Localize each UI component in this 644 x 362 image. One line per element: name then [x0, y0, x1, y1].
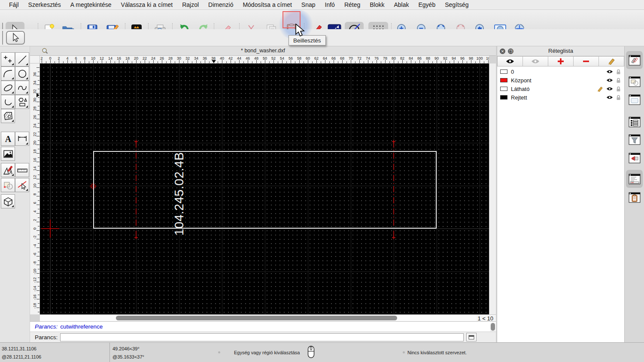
- ruler-top-label: 88: [424, 56, 432, 60]
- measure-tool-button[interactable]: [15, 163, 29, 177]
- select-entities-tool-button[interactable]: [15, 178, 29, 192]
- text-tool-button[interactable]: A: [1, 132, 15, 146]
- ruler-left-label: -4: [30, 241, 39, 250]
- layer-visible-icon[interactable]: [606, 95, 613, 100]
- block-tool-button[interactable]: [1, 178, 15, 192]
- menu-item-8[interactable]: Infó: [320, 0, 340, 10]
- menu-item-12[interactable]: Egyéb: [414, 0, 440, 10]
- layer-lock-icon[interactable]: [616, 69, 621, 75]
- layer-lock-icon[interactable]: [616, 78, 621, 83]
- add-layer-button[interactable]: [548, 56, 574, 66]
- layer-row-Rejtett[interactable]: Rejtett: [497, 93, 624, 102]
- remove-layer-button[interactable]: [574, 56, 599, 66]
- dock-block-list-button[interactable]: [626, 72, 643, 90]
- ruler-top-label: 32: [183, 56, 192, 60]
- drawing-canvas[interactable]: 104.245.02.4B: [40, 63, 489, 314]
- mouse-cursor: [295, 24, 306, 38]
- menu-item-3[interactable]: Válassza ki a címet: [116, 0, 178, 10]
- canvas-vertical-scrollbar[interactable]: [489, 63, 496, 314]
- edit-layer-button[interactable]: [599, 56, 624, 66]
- layer-edit-icon[interactable]: [597, 86, 603, 92]
- ruler-top-label: 2: [40, 56, 46, 60]
- menu-item-0[interactable]: Fájl: [4, 0, 24, 10]
- dock-command-line-button[interactable]: [626, 170, 643, 188]
- canvas-scroll-row: 1 < 10: [40, 314, 496, 321]
- dock-layer-list-button[interactable]: [626, 51, 643, 69]
- layer-color-swatch[interactable]: [500, 78, 507, 82]
- layer-name: Látható: [511, 86, 597, 92]
- librecad-window: FájlSzerkesztésA megtekintéseVálassza ki…: [0, 0, 644, 362]
- command-history: Parancs: cutwithreference: [30, 321, 496, 332]
- ruler-top-label: 94: [450, 56, 458, 60]
- menu-item-1[interactable]: Szerkesztés: [24, 0, 66, 10]
- shapes-tool-button[interactable]: [15, 95, 29, 109]
- image-tool-button[interactable]: [1, 147, 15, 161]
- ruler-left-position-marker: [36, 93, 39, 97]
- layer-visible-icon[interactable]: [606, 87, 613, 91]
- ruler-top-label: 26: [158, 56, 166, 60]
- ruler-left-label: 0: [30, 224, 39, 233]
- layer-visible-icon[interactable]: [606, 69, 613, 74]
- canvas-horizontal-scrollbar[interactable]: [40, 315, 477, 321]
- ruler-left-label: 28: [30, 104, 39, 113]
- command-input[interactable]: [60, 333, 464, 341]
- ruler-top-label: 50: [261, 56, 269, 60]
- menu-item-11[interactable]: Ablak: [389, 0, 413, 10]
- polyline-tool-button[interactable]: [1, 95, 15, 109]
- hatch-tool-button[interactable]: [1, 109, 15, 123]
- arc-tool-button[interactable]: [1, 66, 15, 81]
- menu-item-13[interactable]: Segítség: [440, 0, 473, 10]
- line-tool-button[interactable]: [15, 52, 29, 66]
- dock-entity-list-button[interactable]: [626, 113, 643, 131]
- menu-item-6[interactable]: Módosítsa a címet: [238, 0, 296, 10]
- layer-lock-icon[interactable]: [616, 86, 621, 92]
- layer-lock-icon[interactable]: [616, 95, 621, 100]
- dimension-tool-button[interactable]: [15, 132, 29, 146]
- mouse-hint-icon: [307, 345, 315, 359]
- dock-filter-button[interactable]: [626, 130, 643, 148]
- layer-row-0[interactable]: 0: [497, 67, 624, 76]
- polar-coordinate-display: 49.2046<39° @35.1633<37°: [112, 345, 144, 361]
- layer-row-Látható[interactable]: Látható: [497, 84, 624, 93]
- points-tool-button[interactable]: [1, 52, 15, 66]
- layer-color-swatch[interactable]: [500, 95, 507, 100]
- menu-item-7[interactable]: Snap: [297, 0, 320, 10]
- ruler-top-label: 100: [475, 56, 484, 60]
- ruler-left-label: -8: [30, 259, 39, 267]
- ruler-top-label: 28: [166, 56, 175, 60]
- menu-item-4[interactable]: Rajzol: [177, 0, 204, 10]
- ruler-top-label: 22: [140, 56, 149, 60]
- circle-tool-button[interactable]: [15, 66, 29, 81]
- ruler-left-label: 12: [30, 173, 39, 181]
- show-all-layers-button[interactable]: [497, 56, 523, 66]
- left-tool-palette: A: [0, 46, 30, 342]
- ruler-top-label: 24: [149, 56, 158, 60]
- menu-item-9[interactable]: Réteg: [340, 0, 365, 10]
- menu-item-2[interactable]: A megtekintése: [66, 0, 116, 10]
- horizontal-scrollbar-thumb[interactable]: [116, 316, 397, 320]
- dock-clipboard-button[interactable]: [626, 188, 643, 206]
- command-history-scrollbar[interactable]: [490, 323, 495, 332]
- layer-row-Központ[interactable]: Központ: [497, 76, 624, 84]
- washer-rectangle-entity: [93, 151, 437, 229]
- menu-item-5[interactable]: Dimenzió: [204, 0, 238, 10]
- dock-library-browser-button[interactable]: [626, 90, 643, 109]
- command-history-scrollbar-thumb[interactable]: [491, 323, 495, 331]
- dock-messages-button[interactable]: [626, 149, 643, 167]
- ellipse-tool-button[interactable]: [1, 81, 15, 95]
- layer-name: 0: [511, 69, 606, 75]
- menu-item-10[interactable]: Blokk: [365, 0, 389, 10]
- 3d-view-tool-button[interactable]: [1, 194, 15, 208]
- layer-color-swatch[interactable]: [500, 69, 507, 74]
- layer-color-swatch[interactable]: [500, 87, 507, 91]
- modify-tool-button[interactable]: [1, 163, 15, 177]
- ruler-top-label: 96: [458, 56, 467, 60]
- hide-all-layers-button[interactable]: [523, 56, 548, 66]
- layer-visible-icon[interactable]: [606, 78, 613, 82]
- ruler-top-label: 30: [175, 56, 183, 60]
- selection-pointer-button[interactable]: [6, 31, 25, 45]
- ruler-top-label: 18: [123, 56, 132, 60]
- command-window-button[interactable]: [466, 333, 477, 341]
- spline-tool-button[interactable]: [15, 81, 29, 95]
- ruler-top-label: 10: [484, 56, 489, 60]
